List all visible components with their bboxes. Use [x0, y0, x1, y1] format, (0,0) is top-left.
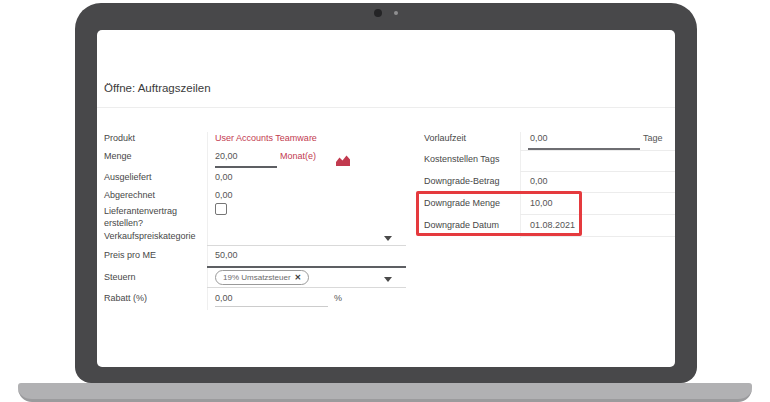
laptop-screen [97, 30, 675, 367]
menge-unit-link[interactable]: Monat(e) [280, 151, 316, 161]
produkt-link[interactable]: User Accounts Teamware [215, 133, 317, 143]
ausgeliefert-label: Ausgeliefert [104, 172, 152, 182]
steuern-tag[interactable]: 19% Umsatzsteuer ✕ [215, 270, 309, 285]
lieferantenvertrag-label: Lieferantenvertrag erstellen? [104, 205, 210, 229]
preis-pro-me-label: Preis pro ME [104, 250, 156, 260]
abgerechnet-label: Abgerechnet [104, 190, 155, 200]
row-separator [520, 236, 675, 237]
laptop-base [18, 383, 752, 402]
abgerechnet-value: 0,00 [215, 190, 233, 200]
area-chart-icon[interactable] [336, 152, 350, 170]
preis-pro-me-underline [207, 266, 406, 268]
verkaufspreiskategorie-underline [207, 245, 406, 246]
chevron-down-icon[interactable] [384, 277, 392, 282]
rabatt-underline [215, 306, 328, 307]
vorlaufzeit-input[interactable]: 0,00 [530, 133, 548, 143]
chevron-down-icon[interactable] [384, 236, 392, 241]
lieferantenvertrag-checkbox[interactable] [215, 203, 227, 215]
dialog-title: Öffne: Auftragszeilen [104, 82, 211, 94]
downgrade-betrag-label: Downgrade-Betrag [424, 176, 500, 186]
ausgeliefert-value: 0,00 [215, 172, 233, 182]
menge-input-underline [215, 166, 277, 168]
verkaufspreiskategorie-label: Verkaufspreiskategorie [104, 231, 196, 241]
produkt-label: Produkt [104, 133, 135, 143]
downgrade-betrag-input[interactable]: 0,00 [530, 176, 548, 186]
webcam-icon [374, 9, 382, 17]
steuern-tag-text: 19% Umsatzsteuer [223, 273, 291, 282]
preis-pro-me-input[interactable]: 50,00 [215, 250, 238, 260]
menge-label: Menge [104, 151, 132, 161]
tag-remove-icon[interactable]: ✕ [295, 273, 302, 282]
steuern-label: Steuern [104, 272, 136, 282]
rabatt-suffix: % [334, 293, 342, 303]
menge-input[interactable]: 20,00 [215, 151, 238, 161]
rabatt-label: Rabatt (%) [104, 293, 147, 303]
row-separator [520, 150, 675, 151]
kostenstellen-tags-label: Kostenstellen Tags [424, 154, 499, 164]
webcam-led-icon [394, 11, 398, 15]
highlight-box [416, 191, 582, 236]
header-divider [97, 107, 675, 108]
rabatt-input[interactable]: 0,00 [215, 293, 233, 303]
page: Öffne: Auftragszeilen Produkt User Accou… [0, 0, 770, 402]
steuern-underline [207, 287, 406, 288]
row-separator [520, 171, 675, 172]
vorlaufzeit-label: Vorlaufzeit [424, 133, 466, 143]
vorlaufzeit-suffix: Tage [643, 133, 663, 143]
